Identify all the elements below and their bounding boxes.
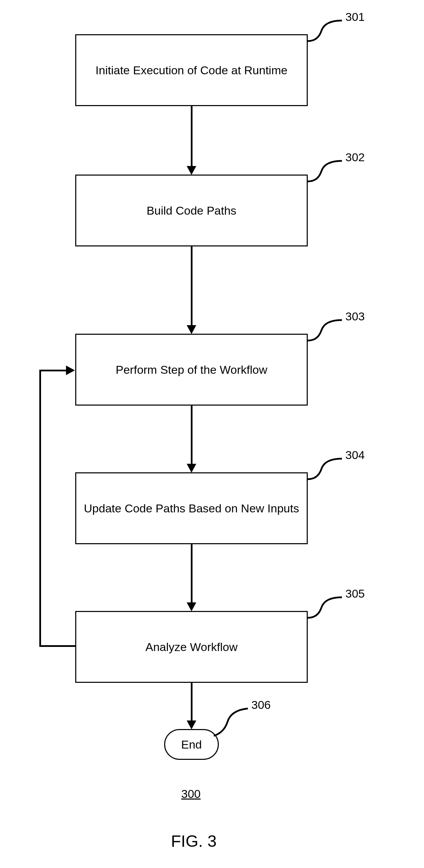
- curve-connector-end: [214, 705, 255, 746]
- arrow-1-2: [191, 106, 193, 168]
- ref-label-4: 304: [345, 448, 365, 462]
- figure-caption: FIG. 3: [171, 832, 216, 851]
- curve-connector-2: [308, 157, 349, 199]
- loop-vertical: [39, 370, 41, 647]
- arrowhead-3-4: [187, 464, 196, 473]
- figure-number: 300: [181, 787, 201, 801]
- arrow-4-5: [191, 544, 193, 604]
- loop-top-horizontal: [39, 370, 67, 371]
- flowchart-container: Initiate Execution of Code at Runtime 30…: [0, 0, 424, 868]
- arrowhead-2-3: [187, 325, 196, 334]
- end-text: End: [181, 738, 202, 751]
- step-text-2: Build Code Paths: [147, 204, 237, 217]
- arrowhead-1-2: [187, 166, 196, 175]
- step-text-5: Analyze Workflow: [145, 640, 238, 654]
- loop-arrowhead: [66, 366, 75, 375]
- arrow-2-3: [191, 246, 193, 327]
- step-text-3: Perform Step of the Workflow: [116, 363, 267, 376]
- step-box-4: Update Code Paths Based on New Inputs: [75, 472, 308, 544]
- step-box-2: Build Code Paths: [75, 175, 308, 246]
- curve-connector-5: [308, 594, 349, 635]
- step-box-5: Analyze Workflow: [75, 611, 308, 683]
- ref-label-3: 303: [345, 310, 365, 323]
- step-box-1: Initiate Execution of Code at Runtime: [75, 34, 308, 106]
- arrow-5-end: [191, 683, 193, 722]
- arrow-3-4: [191, 406, 193, 465]
- end-terminator: End: [164, 729, 219, 760]
- step-box-3: Perform Step of the Workflow: [75, 334, 308, 406]
- ref-label-end: 306: [251, 698, 271, 712]
- step-text-4: Update Code Paths Based on New Inputs: [84, 502, 299, 515]
- ref-label-2: 302: [345, 151, 365, 164]
- step-text-1: Initiate Execution of Code at Runtime: [95, 64, 287, 77]
- ref-label-5: 305: [345, 587, 365, 600]
- curve-connector-1: [308, 17, 349, 58]
- curve-connector-4: [308, 455, 349, 496]
- ref-label-1: 301: [345, 10, 365, 24]
- loop-bottom-horizontal: [39, 645, 76, 647]
- arrowhead-4-5: [187, 602, 196, 611]
- curve-connector-3: [308, 317, 349, 358]
- arrowhead-5-end: [187, 720, 196, 729]
